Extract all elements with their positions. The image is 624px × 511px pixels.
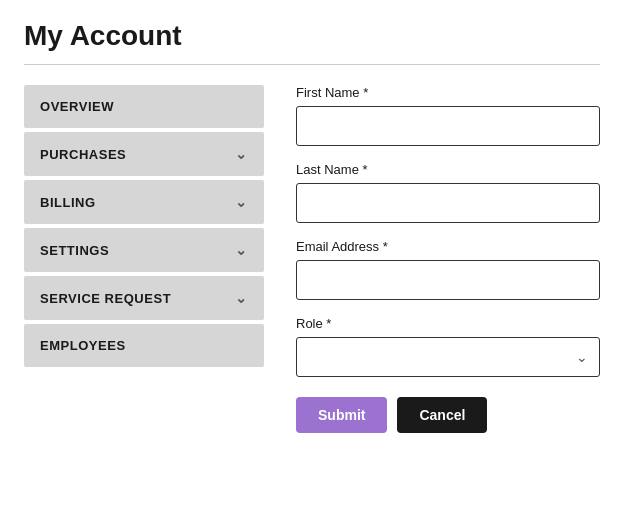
role-group: Role * ⌄ (296, 316, 600, 377)
chevron-down-icon: ⌄ (235, 290, 248, 306)
sidebar-item-service-request[interactable]: SERVICE REQUEST ⌄ (24, 276, 264, 320)
sidebar-item-label: SERVICE REQUEST (40, 291, 171, 306)
sidebar-item-label: OVERVIEW (40, 99, 114, 114)
chevron-down-icon: ⌄ (235, 194, 248, 210)
last-name-input[interactable] (296, 183, 600, 223)
last-name-label: Last Name * (296, 162, 600, 177)
chevron-down-icon: ⌄ (235, 242, 248, 258)
main-layout: OVERVIEW PURCHASES ⌄ BILLING ⌄ SETTINGS … (24, 85, 600, 433)
form-buttons: Submit Cancel (296, 397, 600, 433)
submit-button[interactable]: Submit (296, 397, 387, 433)
sidebar: OVERVIEW PURCHASES ⌄ BILLING ⌄ SETTINGS … (24, 85, 264, 371)
first-name-group: First Name * (296, 85, 600, 146)
sidebar-item-label: BILLING (40, 195, 96, 210)
first-name-label: First Name * (296, 85, 600, 100)
sidebar-item-label: SETTINGS (40, 243, 109, 258)
first-name-input[interactable] (296, 106, 600, 146)
sidebar-item-label: PURCHASES (40, 147, 126, 162)
email-input[interactable] (296, 260, 600, 300)
sidebar-item-label: EMPLOYEES (40, 338, 126, 353)
page-title: My Account (24, 20, 600, 52)
email-group: Email Address * (296, 239, 600, 300)
role-select[interactable] (296, 337, 600, 377)
sidebar-item-settings[interactable]: SETTINGS ⌄ (24, 228, 264, 272)
role-label: Role * (296, 316, 600, 331)
chevron-down-icon: ⌄ (235, 146, 248, 162)
sidebar-item-overview[interactable]: OVERVIEW (24, 85, 264, 128)
cancel-button[interactable]: Cancel (397, 397, 487, 433)
last-name-group: Last Name * (296, 162, 600, 223)
email-label: Email Address * (296, 239, 600, 254)
sidebar-item-purchases[interactable]: PURCHASES ⌄ (24, 132, 264, 176)
form-area: First Name * Last Name * Email Address *… (296, 85, 600, 433)
sidebar-item-employees[interactable]: EMPLOYEES (24, 324, 264, 367)
sidebar-item-billing[interactable]: BILLING ⌄ (24, 180, 264, 224)
role-select-wrapper: ⌄ (296, 337, 600, 377)
header-divider (24, 64, 600, 65)
